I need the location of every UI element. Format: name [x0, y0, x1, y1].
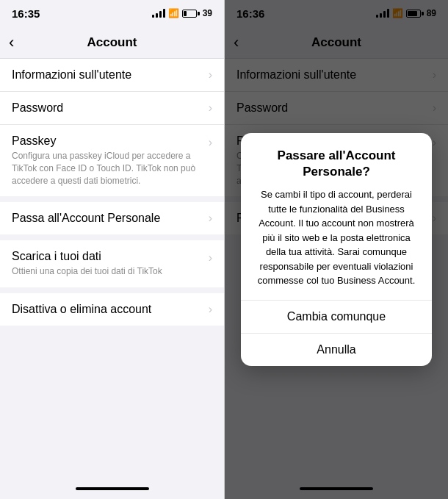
list-item[interactable]: Password ›	[0, 92, 224, 125]
list-item[interactable]: Disattiva o elimina account ›	[0, 293, 224, 326]
section-gap	[0, 196, 224, 202]
signal-icon	[152, 9, 165, 18]
chevron-right-icon: ›	[209, 68, 212, 82]
chevron-right-icon: ›	[209, 101, 212, 115]
page-title-left: Account	[87, 35, 137, 50]
content-left: Informazioni sull'utente › Password › Pa…	[0, 59, 224, 478]
left-panel: 16:35 📶 39 ‹ Account Informazioni su	[0, 0, 224, 499]
list-item[interactable]: Passkey Configura una passkey iCloud per…	[0, 125, 224, 196]
item-desc: Configura una passkey iCloud per acceder…	[12, 150, 203, 187]
item-desc: Ottieni una copia dei tuoi dati di TikTo…	[12, 265, 203, 278]
confirm-button[interactable]: Cambia comunque	[241, 301, 432, 334]
modal-message: Se cambi il tipo di account, perderai tu…	[256, 187, 417, 288]
modal-overlay: Passare all'Account Personale? Se cambi …	[225, 0, 448, 499]
settings-section-3-left: Scarica i tuoi dati Ottieni una copia de…	[0, 240, 224, 287]
battery-icon	[182, 10, 200, 18]
chevron-right-icon: ›	[209, 212, 212, 225]
modal-title: Passare all'Account Personale?	[256, 148, 417, 180]
item-title: Scarica i tuoi dati	[12, 250, 203, 263]
status-icons-left: 📶 39	[152, 8, 212, 18]
wifi-icon: 📶	[168, 8, 179, 18]
home-indicator-left	[0, 478, 224, 499]
item-title: Passkey	[12, 134, 203, 148]
item-title: Informazioni sull'utente	[12, 68, 203, 82]
cancel-button[interactable]: Annulla	[241, 334, 432, 366]
list-item[interactable]: Informazioni sull'utente ›	[0, 59, 224, 92]
modal-body: Passare all'Account Personale? Se cambi …	[241, 133, 432, 288]
right-panel: 16:36 📶 89 ‹ Account Informazioni sull'u…	[224, 0, 448, 499]
chevron-right-icon: ›	[209, 303, 212, 316]
item-title: Disattiva o elimina account	[12, 303, 203, 316]
settings-section-2-left: Passa all'Account Personale ›	[0, 202, 224, 234]
section-gap	[0, 234, 224, 240]
modal-dialog: Passare all'Account Personale? Se cambi …	[241, 133, 432, 366]
home-bar	[76, 487, 149, 490]
status-bar-left: 16:35 📶 39	[0, 0, 224, 26]
section-gap	[0, 287, 224, 293]
back-button-left[interactable]: ‹	[9, 35, 14, 51]
modal-actions: Cambia comunque Annulla	[241, 300, 432, 366]
settings-section-4-left: Disattiva o elimina account ›	[0, 293, 224, 326]
list-item[interactable]: Scarica i tuoi dati Ottieni una copia de…	[0, 240, 224, 287]
list-item[interactable]: Passa all'Account Personale ›	[0, 202, 224, 234]
chevron-right-icon: ›	[209, 136, 212, 149]
settings-section-left: Informazioni sull'utente › Password › Pa…	[0, 59, 224, 196]
chevron-right-icon: ›	[209, 251, 212, 265]
status-time-left: 16:35	[12, 7, 40, 20]
item-title: Password	[12, 101, 203, 115]
battery-percent-left: 39	[203, 8, 212, 18]
nav-bar-left: ‹ Account	[0, 26, 224, 59]
item-title: Passa all'Account Personale	[12, 212, 203, 225]
